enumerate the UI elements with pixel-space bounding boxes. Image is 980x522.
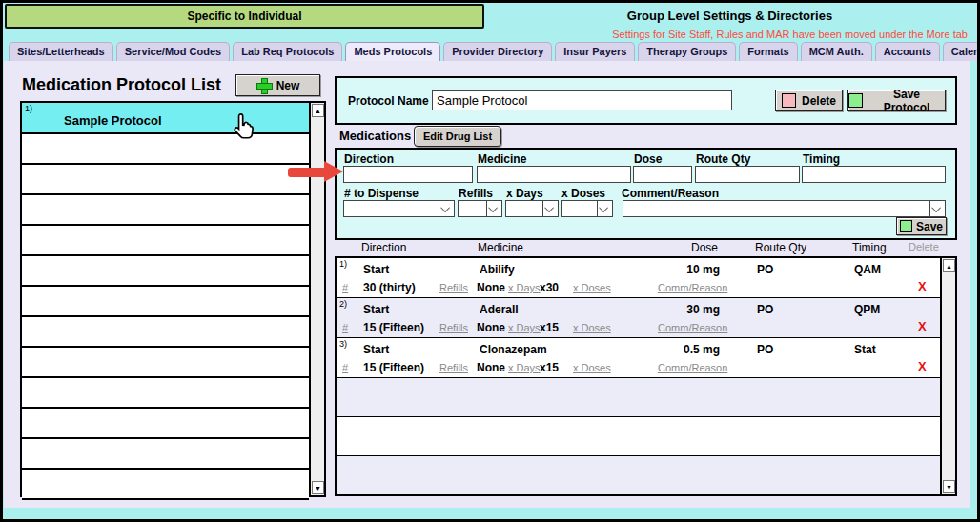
comm-reason-link[interactable]: Comm/Reason xyxy=(658,362,727,373)
edit-drug-list-button[interactable]: Edit Drug List xyxy=(414,126,501,147)
tab-insur-payers[interactable]: Insur Payers xyxy=(555,42,635,61)
timing-value: Stat xyxy=(854,343,876,356)
x-days-value: x30 xyxy=(540,281,559,294)
direction-label: Direction xyxy=(344,152,394,166)
row-number: 3) xyxy=(339,339,347,349)
scroll-down-icon[interactable]: ▼ xyxy=(312,481,324,494)
medication-empty-row xyxy=(337,456,940,495)
dispense-select[interactable] xyxy=(343,200,455,217)
tab-formats[interactable]: Formats xyxy=(739,42,797,61)
x-doses-select[interactable] xyxy=(561,200,613,217)
comm-reason-link[interactable]: Comm/Reason xyxy=(658,282,727,293)
tab-calendar[interactable]: Calendar xyxy=(943,42,980,61)
chevron-down-icon xyxy=(542,201,558,216)
route-qty-value: PO xyxy=(757,303,773,316)
scroll-up-icon[interactable]: ▲ xyxy=(943,259,955,272)
protocol-name-panel: Protocol Name Delete Save Protocol xyxy=(335,76,957,125)
medication-row: 2)StartAderall30 mgPOQPM#15 (Fifteen)Ref… xyxy=(337,298,940,338)
protocol-name-input[interactable] xyxy=(432,90,732,110)
col-timing: Timing xyxy=(852,241,887,254)
x-days-label: x Days xyxy=(506,187,543,200)
protocol-list-empty-row xyxy=(22,256,309,287)
medication-row: 1)StartAbilify10 mgPOQAM#30 (thirty)Refi… xyxy=(337,258,940,298)
dispense-link[interactable]: # xyxy=(342,362,348,373)
medicine-input[interactable] xyxy=(477,166,631,183)
x-days-select[interactable] xyxy=(505,200,559,217)
tab-provider-directory[interactable]: Provider Directory xyxy=(443,42,552,61)
x-doses-label: x Doses xyxy=(561,187,605,200)
comment-reason-select[interactable] xyxy=(623,200,946,217)
x-doses-link[interactable]: x Doses xyxy=(573,362,611,373)
refills-select[interactable] xyxy=(458,200,502,217)
tab-specific-to-individual[interactable]: Specific to Individual xyxy=(5,4,484,29)
protocol-name: Sample Protocol xyxy=(64,113,162,128)
delete-row-button[interactable]: X xyxy=(918,319,927,333)
tab-sites-letterheads[interactable]: Sites/Letterheads xyxy=(9,42,113,61)
delete-row-button[interactable]: X xyxy=(918,359,927,373)
group-level-settings-title: Group Level Settings & Directories xyxy=(489,9,970,26)
tab-accounts[interactable]: Accounts xyxy=(875,42,940,61)
scroll-down-icon[interactable]: ▼ xyxy=(943,480,955,493)
save-protocol-button[interactable]: Save Protocol xyxy=(847,90,946,111)
x-days-link[interactable]: x Days xyxy=(508,282,541,293)
x-days-link[interactable]: x Days xyxy=(508,362,541,373)
dose-value: 10 mg xyxy=(634,263,720,276)
timing-value: QPM xyxy=(854,303,880,316)
protocol-list-empty-row xyxy=(22,287,309,317)
scroll-up-icon[interactable]: ▲ xyxy=(312,104,324,117)
tab-bar: Sites/LetterheadsService/Mod CodesLab Re… xyxy=(9,42,980,61)
edit-drug-list-label: Edit Drug List xyxy=(423,130,492,142)
protocol-list-item[interactable]: 1)Sample Protocol xyxy=(22,103,309,134)
dispense-label: # to Dispense xyxy=(344,187,419,200)
route-qty-input[interactable] xyxy=(695,166,800,183)
dispense-link[interactable]: # xyxy=(342,282,348,293)
tab-meds-protocols[interactable]: Meds Protocols xyxy=(345,42,440,61)
direction-value: Start xyxy=(363,343,389,356)
delete-protocol-button[interactable]: Delete xyxy=(775,90,843,111)
x-doses-link[interactable]: x Doses xyxy=(573,322,611,333)
main-content: Medication Protocol List New 1)Sample Pr… xyxy=(4,61,970,508)
tab-lab-req-protocols[interactable]: Lab Req Protocols xyxy=(233,42,342,61)
x-doses-link[interactable]: x Doses xyxy=(573,282,611,293)
medication-row: 3)StartClonazepam0.5 mgPOStat#15 (Fiftee… xyxy=(337,338,940,378)
dispense-value: 15 (Fifteen) xyxy=(363,361,424,374)
chevron-down-icon xyxy=(486,201,501,216)
x-days-link[interactable]: x Days xyxy=(508,322,541,333)
medicine-value: Clonazepam xyxy=(480,343,547,356)
col-route-qty: Route Qty xyxy=(755,241,806,254)
delete-row-button[interactable]: X xyxy=(918,279,927,293)
refills-link[interactable]: Refills xyxy=(439,322,468,333)
med-table-header: Direction Medicine Dose Route Qty Timing… xyxy=(335,241,957,256)
medication-table: 1)StartAbilify10 mgPOQAM#30 (thirty)Refi… xyxy=(335,256,957,496)
new-button-label: New xyxy=(276,79,300,92)
col-dose: Dose xyxy=(632,241,718,254)
protocol-list-empty-row xyxy=(22,470,309,500)
dispense-link[interactable]: # xyxy=(342,322,348,333)
chevron-down-icon xyxy=(929,201,945,216)
save-medication-button[interactable]: Save xyxy=(896,217,947,235)
timing-input[interactable] xyxy=(802,166,946,183)
col-direction: Direction xyxy=(361,241,406,254)
protocol-list-empty-row xyxy=(22,226,309,256)
direction-input[interactable] xyxy=(343,166,473,183)
tab-mcm-auth-[interactable]: MCM Auth. xyxy=(801,42,872,61)
comm-reason-link[interactable]: Comm/Reason xyxy=(658,322,727,333)
medication-empty-row xyxy=(337,378,940,417)
red-arrow-annotation xyxy=(288,161,344,183)
refills-link[interactable]: Refills xyxy=(439,282,468,293)
protocol-list: 1)Sample Protocol ▲ ▼ xyxy=(20,101,326,497)
med-table-scrollbar[interactable]: ▲ ▼ xyxy=(940,258,955,494)
refills-value: None xyxy=(477,361,505,374)
medication-entry-form: Direction Medicine Dose Route Qty Timing… xyxy=(335,148,957,240)
row-number: 1) xyxy=(25,104,32,113)
dose-input[interactable] xyxy=(633,166,692,183)
protocol-list-empty-row xyxy=(22,134,309,165)
new-protocol-button[interactable]: New xyxy=(235,74,320,96)
save-medication-label: Save xyxy=(916,220,943,233)
tab-service-mod-codes[interactable]: Service/Mod Codes xyxy=(116,42,230,61)
refills-link[interactable]: Refills xyxy=(439,362,468,373)
protocol-list-empty-row xyxy=(22,439,309,470)
tab-therapy-groups[interactable]: Therapy Groups xyxy=(638,42,736,61)
protocol-list-empty-row xyxy=(22,165,309,195)
chevron-down-icon xyxy=(597,201,612,216)
